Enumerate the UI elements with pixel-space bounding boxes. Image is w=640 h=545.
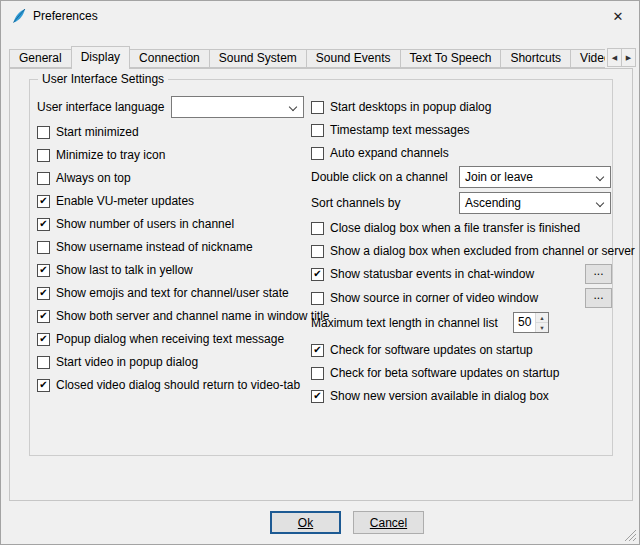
checkbox-row-window-title[interactable]: Show both server and channel name in win… (37, 305, 330, 327)
tab-general[interactable]: General (9, 49, 72, 68)
checkbox[interactable] (311, 292, 324, 305)
checkbox-row-popup-text[interactable]: Popup dialog when receiving text message (37, 328, 284, 350)
chevron-down-icon (289, 103, 297, 111)
checkbox-label: Show number of users in channel (56, 217, 234, 231)
checkbox-label: Show last to talk in yellow (56, 263, 193, 277)
spin-down-icon[interactable]: ▼ (536, 323, 548, 332)
checkbox-row-vu-meter[interactable]: Enable VU-meter updates (37, 190, 194, 212)
checkbox-row-auto-expand[interactable]: Auto expand channels (311, 142, 449, 164)
checkbox[interactable] (37, 333, 50, 346)
tab-sound-system[interactable]: Sound System (209, 49, 307, 68)
group-title: User Interface Settings (38, 72, 168, 86)
chevron-down-icon (596, 199, 604, 207)
checkbox[interactable] (37, 126, 50, 139)
checkbox-row-last-to-talk[interactable]: Show last to talk in yellow (37, 259, 193, 281)
titlebar[interactable]: Preferences ✕ (1, 1, 639, 32)
checkbox-label: Enable VU-meter updates (56, 194, 194, 208)
checkbox[interactable] (37, 149, 50, 162)
checkbox[interactable] (311, 101, 324, 114)
checkbox-row-video-tab-return[interactable]: Closed video dialog should return to vid… (37, 374, 300, 396)
checkbox[interactable] (311, 245, 324, 258)
checkbox-row-always-on-top[interactable]: Always on top (37, 167, 131, 189)
close-icon: ✕ (613, 9, 624, 24)
tab-sound-events[interactable]: Sound Events (306, 49, 401, 68)
tab-video[interactable]: Video (570, 49, 605, 68)
checkbox[interactable] (311, 268, 324, 281)
close-button[interactable]: ✕ (597, 1, 639, 31)
checkbox[interactable] (311, 344, 324, 357)
checkbox-row-emojis[interactable]: Show emojis and text for channel/user st… (37, 282, 289, 304)
checkbox-row-new-version-dialog[interactable]: Show new version available in dialog box (311, 385, 549, 407)
checkbox[interactable] (311, 390, 324, 403)
checkbox-label: Show new version available in dialog box (330, 389, 549, 403)
checkbox-label: Auto expand channels (330, 146, 449, 160)
checkbox-row-check-updates[interactable]: Check for software updates on startup (311, 339, 533, 361)
checkbox-row-start-minimized[interactable]: Start minimized (37, 121, 139, 143)
checkbox[interactable] (311, 147, 324, 160)
sort-channels-value: Ascending (465, 196, 521, 210)
double-click-select[interactable]: Join or leave (459, 166, 611, 188)
sort-channels-select[interactable]: Ascending (459, 192, 611, 214)
checkbox[interactable] (37, 287, 50, 300)
checkbox-row-check-beta-updates[interactable]: Check for beta software updates on start… (311, 362, 559, 384)
checkbox-label: Check for beta software updates on start… (330, 366, 559, 380)
checkbox[interactable] (311, 124, 324, 137)
tab-bar: General Display Connection Sound System … (9, 45, 605, 70)
checkbox-label: Timestamp text messages (330, 123, 470, 137)
max-text-length-value: 50 (518, 313, 531, 332)
checkbox-row-statusbar-events[interactable]: Show statusbar events in chat-window (311, 263, 534, 285)
tab-scroll-control: ◀ ▶ (607, 48, 636, 67)
checkbox[interactable] (37, 310, 50, 323)
checkbox-row-timestamp[interactable]: Timestamp text messages (311, 119, 470, 141)
resize-grip[interactable] (624, 529, 637, 542)
checkbox-row-excluded-dialog[interactable]: Show a dialog box when excluded from cha… (311, 240, 635, 262)
video-source-more-button[interactable]: ... (585, 288, 612, 308)
arrow-right-icon: ▶ (626, 54, 631, 62)
checkbox-row-user-count[interactable]: Show number of users in channel (37, 213, 234, 235)
double-click-label: Double click on a channel (311, 166, 448, 188)
checkbox-label: Start minimized (56, 125, 139, 139)
tab-connection[interactable]: Connection (129, 49, 210, 68)
app-icon (11, 8, 27, 24)
checkbox[interactable] (37, 356, 50, 369)
checkbox-row-video-popup[interactable]: Start video in popup dialog (37, 351, 198, 373)
double-click-value: Join or leave (465, 170, 533, 184)
checkbox[interactable] (311, 367, 324, 380)
checkbox-row-start-desktops[interactable]: Start desktops in popup dialog (311, 96, 491, 118)
checkbox-label: Minimize to tray icon (56, 148, 165, 162)
window-title: Preferences (33, 1, 98, 32)
checkbox[interactable] (37, 218, 50, 231)
statusbar-events-more-button[interactable]: ... (585, 264, 612, 284)
checkbox-label: Show statusbar events in chat-window (330, 267, 534, 281)
tab-text-to-speech[interactable]: Text To Speech (400, 49, 502, 68)
checkbox-label: Close dialog box when a file transfer is… (330, 221, 580, 235)
language-label: User interface language (37, 96, 164, 118)
checkbox[interactable] (37, 241, 50, 254)
checkbox-label: Start desktops in popup dialog (330, 100, 491, 114)
checkbox[interactable] (37, 264, 50, 277)
checkbox-row-video-source-corner[interactable]: Show source in corner of video window (311, 287, 538, 309)
chevron-down-icon (596, 173, 604, 181)
checkbox-label: Check for software updates on startup (330, 343, 533, 357)
sort-channels-label: Sort channels by (311, 192, 400, 214)
checkbox-row-close-on-transfer[interactable]: Close dialog box when a file transfer is… (311, 217, 580, 239)
checkbox-label: Closed video dialog should return to vid… (56, 378, 300, 392)
checkbox-row-minimize-tray[interactable]: Minimize to tray icon (37, 144, 165, 166)
ok-button[interactable]: Ok (270, 511, 341, 534)
tab-display[interactable]: Display (71, 46, 130, 69)
tab-scroll-left-button[interactable]: ◀ (607, 48, 622, 67)
checkbox[interactable] (37, 172, 50, 185)
checkbox[interactable] (37, 379, 50, 392)
language-select[interactable] (171, 96, 304, 118)
tab-shortcuts[interactable]: Shortcuts (500, 49, 571, 68)
checkbox-label: Show source in corner of video window (330, 291, 538, 305)
checkbox[interactable] (311, 222, 324, 235)
checkbox-row-username[interactable]: Show username instead of nickname (37, 236, 253, 258)
checkbox-label: Show emojis and text for channel/user st… (56, 286, 289, 300)
cancel-button[interactable]: Cancel (353, 511, 424, 534)
tab-scroll-right-button[interactable]: ▶ (621, 48, 636, 67)
spin-up-icon[interactable]: ▲ (536, 313, 548, 323)
max-text-length-spinner[interactable]: 50 ▲ ▼ (513, 312, 549, 333)
preferences-dialog: Preferences ✕ General Display Connection… (0, 0, 640, 545)
checkbox[interactable] (37, 195, 50, 208)
